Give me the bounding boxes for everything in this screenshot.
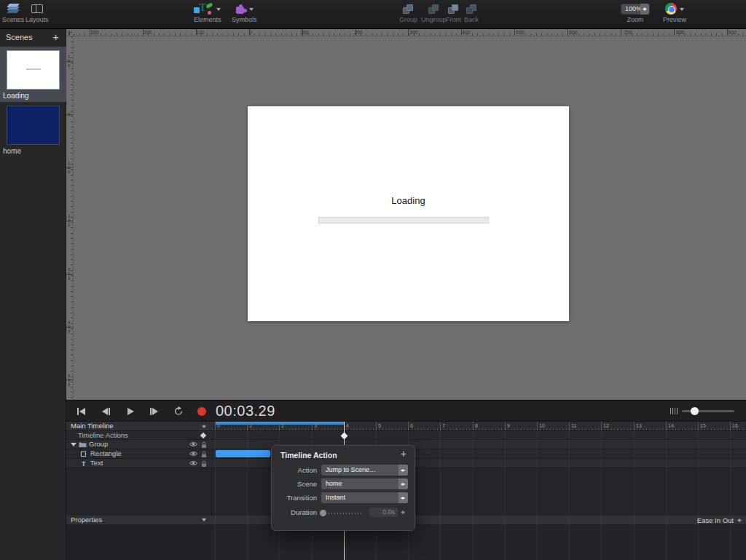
- zoom-select[interactable]: 100%: [621, 4, 650, 15]
- animation-bar[interactable]: [216, 450, 270, 457]
- symbols-menu-button[interactable]: Symbols: [232, 2, 257, 23]
- timeline-actions-row[interactable]: Timeline Actions: [66, 431, 212, 440]
- lock-icon[interactable]: [201, 451, 207, 458]
- dropdown-stepper-icon: [398, 492, 408, 503]
- ease-stepper-icon[interactable]: [737, 516, 742, 524]
- scene-artboard[interactable]: Loading: [248, 106, 569, 321]
- timeline-switch-stepper-icon[interactable]: [201, 422, 207, 430]
- chevron-down-icon: [202, 518, 206, 524]
- layer-row-text[interactable]: T Text: [66, 459, 212, 468]
- canvas-area[interactable]: 300 200 100 0 100 200 300 400 500 600 70…: [66, 29, 746, 400]
- toolbar: Scenes Layouts T Elements Symbols Group: [0, 0, 746, 29]
- scene-thumbnail-loading[interactable]: [7, 50, 60, 90]
- main-timeline-selector[interactable]: Main Timeline: [66, 422, 212, 431]
- scene-field-row: Scene home: [272, 478, 416, 489]
- eye-visibility-icon[interactable]: [189, 460, 197, 466]
- duration-input[interactable]: 0.0s: [369, 508, 398, 517]
- timeline-ruler[interactable]: 0 1 2 3 4 5 6 7 8 9 10 11 12 13 14 15 16: [212, 422, 746, 431]
- ease-in-out-label[interactable]: Ease In Out: [697, 516, 734, 524]
- ruler-number: 2: [281, 423, 284, 428]
- ruler-number: 10: [539, 423, 545, 428]
- transport-bar: 00:03.29: [66, 401, 746, 422]
- scenes-toolbar-button[interactable]: Scenes: [2, 2, 24, 23]
- previous-frame-button[interactable]: [98, 405, 114, 417]
- next-frame-button[interactable]: [146, 405, 162, 417]
- eye-visibility-icon[interactable]: [189, 451, 197, 457]
- play-button[interactable]: [122, 405, 138, 417]
- symbols-puzzle-icon: [235, 2, 254, 15]
- ruler-number: 6: [410, 423, 413, 428]
- disclosure-triangle-icon[interactable]: [71, 443, 76, 449]
- front-button[interactable]: Front: [446, 2, 461, 23]
- duration-stepper-icon[interactable]: [400, 508, 407, 517]
- layer-name-group: Group: [89, 440, 108, 449]
- dropdown-stepper-icon: [398, 465, 408, 476]
- group-button[interactable]: Group: [399, 2, 417, 23]
- layouts-icon: [31, 2, 43, 15]
- send-back-icon: [466, 2, 477, 15]
- chrome-preview-icon: [665, 3, 677, 15]
- ruler-number: 4: [346, 423, 349, 428]
- eye-visibility-icon[interactable]: [189, 441, 197, 447]
- layer-row-group[interactable]: Group: [66, 440, 212, 449]
- timeline-zoom-slider[interactable]: [682, 410, 734, 412]
- progress-bar-element[interactable]: [318, 217, 489, 224]
- elements-icon: T: [194, 2, 221, 15]
- chevron-down-icon[interactable]: [680, 8, 684, 13]
- elements-menu-button[interactable]: T Elements: [194, 2, 221, 23]
- ungroup-button[interactable]: Ungroup: [421, 2, 447, 23]
- loop-button[interactable]: [170, 405, 186, 417]
- ruler-label: 5 0 0: [68, 374, 70, 387]
- record-button[interactable]: [194, 405, 210, 417]
- ruler-label: 100: [300, 30, 309, 35]
- zoom-stepper-icon[interactable]: [640, 4, 649, 15]
- scene-dropdown[interactable]: home: [321, 478, 408, 489]
- group-icon: [403, 2, 414, 15]
- back-button[interactable]: Back: [464, 2, 479, 23]
- layouts-toolbar-button[interactable]: Layouts: [25, 2, 49, 23]
- duration-field-label: Duration: [272, 508, 317, 516]
- ruler-label: 900: [728, 30, 737, 35]
- ruler-label: 500: [516, 30, 525, 35]
- timeline-layer-panel: Main Timeline Timeline Actions Group R: [66, 422, 212, 560]
- zoom-label: Zoom: [627, 16, 643, 23]
- zoom-control[interactable]: 100% Zoom: [621, 2, 650, 23]
- duration-slider[interactable]: [323, 513, 364, 514]
- duration-slider-knob[interactable]: [320, 510, 326, 516]
- track-timeline-actions[interactable]: [212, 431, 746, 440]
- transition-dropdown[interactable]: Instant: [321, 492, 408, 503]
- lock-icon[interactable]: [201, 460, 207, 468]
- text-element-icon: T: [82, 460, 86, 468]
- ruler-label: 600: [569, 30, 578, 35]
- ruler-label: 300: [409, 30, 418, 35]
- action-dropdown[interactable]: Jump to Scene…: [321, 465, 408, 476]
- duration-field-row: Duration 0.0s: [272, 507, 416, 518]
- ruler-label: 800: [676, 30, 685, 35]
- ruler-label: 200: [354, 30, 363, 35]
- lock-icon[interactable]: [201, 441, 207, 449]
- add-scene-button[interactable]: +: [52, 31, 59, 43]
- ruler-number: 13: [636, 423, 642, 428]
- bring-front-icon: [448, 2, 459, 15]
- timeline-zoom-knob[interactable]: [691, 407, 699, 415]
- ruler-label: 2 0 0: [68, 214, 70, 227]
- scenes-toolbar-label: Scenes: [2, 16, 24, 23]
- layer-row-rectangle[interactable]: Rectangle: [66, 449, 212, 459]
- record-icon: [197, 407, 206, 416]
- preview-button[interactable]: Preview: [663, 2, 686, 23]
- keyframe-diamond-icon[interactable]: [200, 433, 206, 438]
- zoom-value: 100%: [625, 5, 642, 12]
- layer-name-rectangle: Rectangle: [90, 449, 122, 458]
- ruler-label: 1 0 0: [68, 55, 70, 68]
- scene-name-home[interactable]: home: [3, 147, 21, 155]
- scene-thumbnail-home[interactable]: [7, 106, 60, 145]
- add-action-button[interactable]: +: [401, 448, 407, 460]
- jump-to-start-button[interactable]: [73, 405, 89, 417]
- loading-text[interactable]: Loading: [248, 195, 569, 206]
- properties-panel-header[interactable]: Properties: [66, 516, 212, 525]
- scene-name-loading[interactable]: Loading: [3, 92, 29, 100]
- ruler-number: 15: [700, 423, 706, 428]
- scenes-layers-icon: [7, 2, 20, 15]
- folder-icon: [79, 441, 87, 448]
- ruler-label: 1 0 0: [68, 161, 70, 174]
